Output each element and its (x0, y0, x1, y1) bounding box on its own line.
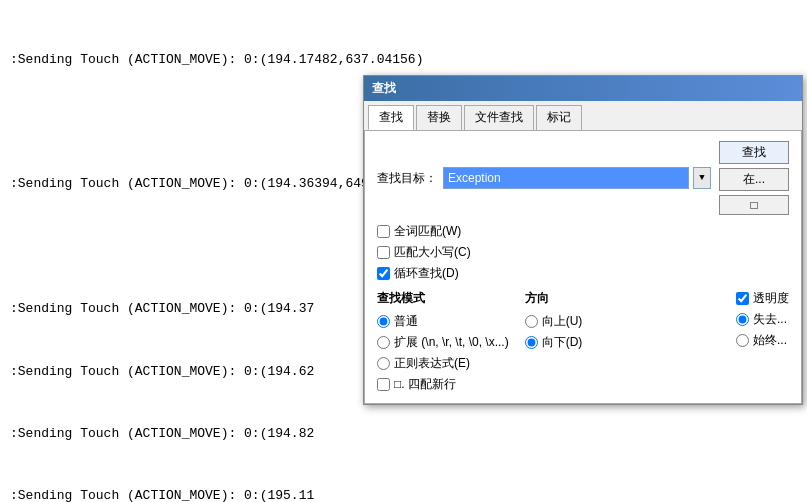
mode-section: 查找模式 普通 扩展 (\n, \r, \t, \0, \x...) 正则表达式… (377, 290, 509, 393)
transparency-always-radio[interactable] (736, 334, 749, 347)
mode-regex-label: 正则表达式(E) (394, 355, 470, 372)
find-input-wrapper: ▼ (443, 167, 711, 189)
mode-extended-label: 扩展 (\n, \r, \t, \0, \x...) (394, 334, 509, 351)
direction-down-radio[interactable] (525, 336, 538, 349)
find-in-button[interactable]: 在... (719, 168, 789, 191)
transparency-always-label: 始终... (753, 332, 787, 349)
terminal-line-6: :Sending Touch (ACTION_MOVE): 0:(195.11 (10, 486, 797, 502)
find-bottom: 查找模式 普通 扩展 (\n, \r, \t, \0, \x...) 正则表达式… (377, 290, 789, 393)
mode-extended-radio[interactable] (377, 336, 390, 349)
close-button[interactable]: □ (719, 195, 789, 215)
direction-title: 方向 (525, 290, 583, 307)
mode-normal-radio[interactable] (377, 315, 390, 328)
mode-regex-radio[interactable] (377, 357, 390, 370)
tab-mark[interactable]: 标记 (536, 105, 582, 130)
transparency-section: 透明度 失去... 始终... (736, 290, 789, 393)
mode-normal[interactable]: 普通 (377, 313, 509, 330)
terminal-line-5: :Sending Touch (ACTION_MOVE): 0:(194.82 (10, 424, 797, 445)
find-tabs: 查找 替换 文件查找 标记 (364, 101, 802, 131)
whole-word-checkbox[interactable] (377, 225, 390, 238)
terminal-line-1: :Sending Touch (ACTION_MOVE): 0:(194.174… (10, 50, 797, 71)
find-target-row: 查找目标： ▼ 查找 在... □ (377, 141, 789, 215)
find-next-button[interactable]: 查找 (719, 141, 789, 164)
direction-up-label: 向上(U) (542, 313, 583, 330)
match-case-checkbox[interactable] (377, 246, 390, 259)
find-buttons: 查找 在... □ (719, 141, 789, 215)
find-dialog-title: 查找 (372, 80, 396, 97)
transparency-checkbox[interactable] (736, 292, 749, 305)
transparency-label: 透明度 (753, 290, 789, 307)
direction-up-radio[interactable] (525, 315, 538, 328)
find-input[interactable] (443, 167, 689, 189)
find-body: 查找目标： ▼ 查找 在... □ 全词匹配(W) 匹配大小写(C) (364, 131, 802, 404)
find-dialog-titlebar: 查找 (364, 76, 802, 101)
newline-label: □. 四配新行 (394, 376, 456, 393)
find-dropdown-button[interactable]: ▼ (693, 167, 711, 189)
tab-find[interactable]: 查找 (368, 105, 414, 130)
checkbox-wrap[interactable]: 循环查找(D) (377, 265, 789, 282)
transparency-lose-focus-radio[interactable] (736, 313, 749, 326)
direction-down[interactable]: 向下(D) (525, 334, 583, 351)
match-case-label: 匹配大小写(C) (394, 244, 471, 261)
wrap-label: 循环查找(D) (394, 265, 459, 282)
wrap-checkbox[interactable] (377, 267, 390, 280)
find-checkboxes: 全词匹配(W) 匹配大小写(C) 循环查找(D) (377, 223, 789, 282)
checkbox-match-case[interactable]: 匹配大小写(C) (377, 244, 789, 261)
tab-replace[interactable]: 替换 (416, 105, 462, 130)
mode-title: 查找模式 (377, 290, 509, 307)
newline-checkbox[interactable] (377, 378, 390, 391)
direction-down-label: 向下(D) (542, 334, 583, 351)
mode-extended[interactable]: 扩展 (\n, \r, \t, \0, \x...) (377, 334, 509, 351)
transparency-header: 透明度 (736, 290, 789, 307)
find-dialog: 查找 查找 替换 文件查找 标记 查找目标： ▼ 查找 在... □ 全词匹配(… (363, 75, 803, 405)
direction-section: 方向 向上(U) 向下(D) (525, 290, 583, 393)
tab-file-find[interactable]: 文件查找 (464, 105, 534, 130)
transparency-lose-focus-label: 失去... (753, 311, 787, 328)
mode-newline[interactable]: □. 四配新行 (377, 376, 509, 393)
whole-word-label: 全词匹配(W) (394, 223, 461, 240)
transparency-lose-focus[interactable]: 失去... (736, 311, 789, 328)
checkbox-whole-word[interactable]: 全词匹配(W) (377, 223, 789, 240)
direction-up[interactable]: 向上(U) (525, 313, 583, 330)
mode-normal-label: 普通 (394, 313, 418, 330)
mode-regex[interactable]: 正则表达式(E) (377, 355, 509, 372)
transparency-always[interactable]: 始终... (736, 332, 789, 349)
find-label: 查找目标： (377, 170, 437, 187)
